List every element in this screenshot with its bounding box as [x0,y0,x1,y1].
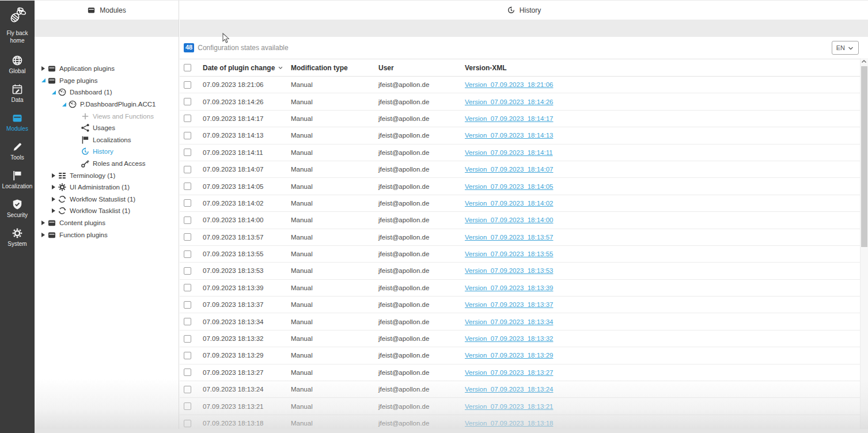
version-link[interactable]: Version_07.09.2023_18:13:57 [465,234,553,241]
sidebar-item-security[interactable]: Security [0,197,35,219]
row-checkbox[interactable] [184,284,191,291]
tree-panel-band [35,20,179,37]
row-checkbox[interactable] [184,216,191,224]
tree-expand-arrow-icon[interactable] [50,208,58,213]
tree-expand-arrow-icon[interactable] [50,173,58,178]
sidebar-item-data[interactable]: Data [0,82,35,104]
tree-item-p-dashboardplugin-acc1[interactable]: P.DashboardPlugin.ACC1 [35,98,179,111]
version-link[interactable]: Version_07.09.2023_18:13:55 [465,250,553,257]
tree-item-views-and-functions[interactable]: Views and Functions [35,110,179,122]
version-link[interactable]: Version_07.09.2023_18:13:32 [465,335,553,342]
version-link[interactable]: Version_07.09.2023_18:13:37 [465,301,553,308]
tree-item-workflow-statuslist-1[interactable]: Workflow Statuslist (1) [35,193,179,206]
tree-item-usages[interactable]: Usages [35,122,179,134]
row-checkbox[interactable] [184,386,191,393]
tree-collapse-arrow-icon[interactable] [60,102,68,107]
version-link[interactable]: Version_07.09.2023_18:13:29 [465,352,553,359]
tree-item-ui-administration-1[interactable]: UI Administration (1) [35,181,179,193]
tree-item-localizations[interactable]: Localizations [35,134,179,146]
language-dropdown[interactable]: EN [832,41,859,55]
row-checkbox[interactable] [184,132,191,139]
row-modification-type: Manual [291,166,378,173]
tree-expand-arrow-icon[interactable] [50,197,58,202]
sidebar-item-label: Modules [6,126,28,132]
table-row: 07.09.2023 18:14:02Manualjfeist@apollon.… [180,195,860,212]
version-link[interactable]: Version_07.09.2023_18:14:05 [465,183,553,190]
scrollbar-thumb[interactable] [861,66,867,247]
sidebar-item-tools[interactable]: Tools [0,140,35,162]
column-header-user[interactable]: User [378,64,465,72]
column-header-modification-type[interactable]: Modification type [291,64,378,72]
home-button[interactable]: Fly back home [2,6,32,44]
tree-expand-arrow-icon[interactable] [39,221,47,225]
row-checkbox[interactable] [184,318,191,325]
row-checkbox[interactable] [184,420,191,427]
tree-expand-arrow-icon[interactable] [50,185,58,189]
tree-item-application-plugins[interactable]: Application plugins [35,63,179,75]
tree-item-roles-and-access[interactable]: Roles and Access [35,158,179,170]
row-checkbox[interactable] [184,115,191,122]
row-checkbox[interactable] [184,301,191,309]
version-link[interactable]: Version_07.09.2023_18:21:06 [465,81,553,88]
row-checkbox[interactable] [184,335,191,343]
version-link[interactable]: Version_07.09.2023_18:14:00 [465,216,553,223]
tree-expand-arrow-icon[interactable] [39,233,47,237]
tree-item-page-plugins[interactable]: Page plugins [35,75,179,87]
sort-direction-icon [278,65,283,70]
version-link[interactable]: Version_07.09.2023_18:14:26 [465,98,553,105]
tree-item-label: Views and Functions [93,113,154,120]
sidebar-item-modules[interactable]: Modules [0,111,35,133]
row-checkbox[interactable] [184,199,191,207]
version-link[interactable]: Version_07.09.2023_18:13:34 [465,318,553,325]
row-checkbox[interactable] [184,233,191,241]
version-link[interactable]: Version_07.09.2023_18:13:39 [465,284,553,291]
row-checkbox[interactable] [184,183,191,190]
tree-collapse-arrow-icon[interactable] [39,78,47,82]
row-user: jfeist@apollon.de [378,200,465,207]
count-badge: 48 [184,43,194,52]
version-link[interactable]: Version_07.09.2023_18:13:24 [465,386,553,393]
tree-item-terminology-1[interactable]: Terminology (1) [35,169,179,181]
row-checkbox[interactable] [184,369,191,376]
column-header-version-xml[interactable]: Version-XML [465,64,860,72]
tree-collapse-arrow-icon[interactable] [50,90,58,94]
table-row: 07.09.2023 18:13:37Manualjfeist@apollon.… [180,297,860,313]
row-checkbox[interactable] [184,402,191,410]
version-link[interactable]: Version_07.09.2023_18:13:27 [465,369,553,376]
vertical-scrollbar[interactable] [860,58,868,433]
sidebar-item-system[interactable]: System [0,226,35,248]
row-checkbox[interactable] [184,250,191,258]
tree-item-function-plugins[interactable]: Function plugins [35,229,179,241]
row-checkbox[interactable] [184,98,191,105]
calendar-icon [12,83,23,95]
row-checkbox[interactable] [184,81,191,89]
tree-item-content-plugins[interactable]: Content plugins [35,217,179,229]
tree-expand-arrow-icon[interactable] [39,66,47,71]
row-date: 07.09.2023 18:13:37 [203,301,291,308]
column-header-date-of-plugin-change[interactable]: Date of plugin change [203,64,291,72]
version-link[interactable]: Version_07.09.2023_18:14:02 [465,200,553,207]
sidebar-item-localization[interactable]: Localization [0,169,35,191]
history-icon [507,6,516,14]
scroll-up-arrow-icon[interactable] [861,58,867,64]
version-link[interactable]: Version_07.09.2023_18:13:21 [465,403,553,410]
version-link[interactable]: Version_07.09.2023_18:13:53 [465,267,553,274]
row-checkbox[interactable] [184,149,191,156]
version-link[interactable]: Version_07.09.2023_18:14:07 [465,166,553,173]
version-link[interactable]: Version_07.09.2023_18:14:13 [465,132,553,139]
row-checkbox[interactable] [184,267,191,275]
column-header-label: Version-XML [465,64,507,72]
tree-item-workflow-tasklist-1[interactable]: Workflow Tasklist (1) [35,205,179,217]
module-icon [47,76,56,85]
main-band [180,20,868,37]
row-user: jfeist@apollon.de [378,267,465,274]
sidebar-item-global[interactable]: Global [0,54,35,75]
select-all-checkbox[interactable] [184,64,191,71]
tree-item-dashboard-1[interactable]: Dashboard (1) [35,86,179,98]
version-link[interactable]: Version_07.09.2023_18:14:11 [465,149,553,156]
version-link[interactable]: Version_07.09.2023_18:13:18 [465,420,553,427]
tree-item-history[interactable]: History [35,146,179,158]
version-link[interactable]: Version_07.09.2023_18:14:17 [465,115,553,122]
row-checkbox[interactable] [184,352,191,359]
row-checkbox[interactable] [184,166,191,173]
